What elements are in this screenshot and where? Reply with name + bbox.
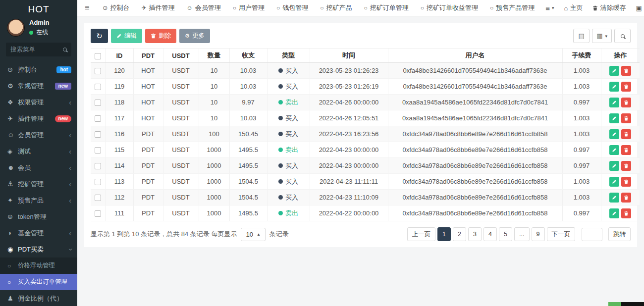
tabs-dropdown-button[interactable]: ≡▾ xyxy=(540,0,559,16)
topnav-tab-mining-orders[interactable]: ○挖矿订单管理 xyxy=(358,0,414,16)
type-badge: 卖出 xyxy=(278,98,298,107)
row-delete-button[interactable] xyxy=(621,145,631,155)
topnav-tab-members[interactable]: ☺会员管理 xyxy=(180,0,226,16)
sidebar-item-general[interactable]: ⚙常规管理new xyxy=(0,78,77,94)
columns-dropdown-button[interactable]: ▦▾ xyxy=(592,29,612,43)
row-checkbox[interactable] xyxy=(95,115,101,122)
page-ellipsis[interactable]: ... xyxy=(514,227,529,241)
home-button[interactable]: ⌂主页 xyxy=(559,0,588,16)
page-size-select[interactable]: 10▲ xyxy=(241,228,265,241)
sidebar-item-price-float[interactable]: ○价格浮动管理 xyxy=(0,257,77,274)
select-all-checkbox[interactable] xyxy=(95,53,101,59)
row-delete-button[interactable] xyxy=(621,82,631,92)
cell-usdt: USDT xyxy=(163,158,199,174)
row-edit-button[interactable] xyxy=(609,98,619,107)
row-checkbox[interactable] xyxy=(95,84,101,90)
type-badge: 买入 xyxy=(278,161,298,170)
cell-fee: 0.997 xyxy=(562,142,601,158)
pencil-icon xyxy=(612,132,617,137)
column-header-usdt: USDT xyxy=(163,49,199,63)
sidebar-item-fund[interactable]: ◑基金管理‹ xyxy=(0,225,77,241)
page-button-9[interactable]: 9 xyxy=(532,227,545,241)
table-search-button[interactable] xyxy=(614,29,631,43)
topnav-tab-mining-products[interactable]: ○挖矿产品 xyxy=(314,0,358,16)
row-delete-button[interactable] xyxy=(621,66,631,76)
cell-pdt: PDT xyxy=(133,190,163,205)
page-button-1[interactable]: 1 xyxy=(437,227,451,241)
row-delete-button[interactable] xyxy=(621,98,631,107)
row-edit-button[interactable] xyxy=(609,145,619,155)
jump-page-input[interactable] xyxy=(582,228,602,241)
sidebar-item-buy-sell-orders[interactable]: ○买入卖出订单管理 xyxy=(0,274,77,290)
page-button-5[interactable]: 5 xyxy=(499,227,512,241)
row-edit-button[interactable] xyxy=(609,129,619,139)
row-delete-button[interactable] xyxy=(621,161,631,171)
row-edit-button[interactable] xyxy=(609,193,619,203)
page-button-4[interactable]: 4 xyxy=(483,227,497,241)
jump-button[interactable]: 跳转 xyxy=(608,227,631,241)
cell-pdt: HOT xyxy=(133,79,163,95)
toggle-view-button[interactable]: ▤ xyxy=(573,29,590,43)
topnav-tab-plugins[interactable]: ✈插件管理 xyxy=(135,0,180,16)
more-button[interactable]: ⚙更多 xyxy=(179,29,210,43)
sidebar-item-members[interactable]: ☻会员‹ xyxy=(0,159,77,176)
menu-search-input[interactable] xyxy=(10,46,63,53)
sidebar-item-pdt-trade[interactable]: ◉PDT买卖‹ xyxy=(0,241,77,257)
cell-id: 111 xyxy=(106,205,133,221)
row-checkbox[interactable] xyxy=(95,195,101,201)
topnav-tab-dashboard[interactable]: ⊙控制台 xyxy=(97,0,135,16)
row-checkbox[interactable] xyxy=(95,210,101,217)
cell-qty: 1000 xyxy=(199,174,229,190)
row-checkbox[interactable] xyxy=(95,163,101,169)
row-edit-button[interactable] xyxy=(609,177,619,187)
page-button-2[interactable]: 2 xyxy=(453,227,466,241)
sidebar-item-members-mgmt[interactable]: ☺会员管理‹ xyxy=(0,127,77,143)
prev-page-button[interactable]: 上一页 xyxy=(407,227,436,241)
dashboard-icon: ⊙ xyxy=(7,66,18,73)
row-edit-button[interactable] xyxy=(609,208,619,218)
pagination-bar: 显示第 1 到第 10 条记录，总共 84 条记录 每页显示 10▲ 条记录 上… xyxy=(91,227,631,241)
row-delete-button[interactable] xyxy=(621,129,631,139)
sidebar-item-plugins[interactable]: ✈插件管理new xyxy=(0,110,77,127)
row-edit-button[interactable] xyxy=(609,161,619,171)
row-checkbox[interactable] xyxy=(95,179,101,185)
topnav-tab-presale-products[interactable]: ○预售产品管理 xyxy=(484,0,540,16)
topnav-tab-users[interactable]: ○用户管理 xyxy=(227,0,270,16)
cell-fee: 1.003 xyxy=(562,63,601,79)
row-edit-button[interactable] xyxy=(609,82,619,92)
page-button-3[interactable]: 3 xyxy=(468,227,482,241)
sidebar-item-permissions[interactable]: ❖权限管理‹ xyxy=(0,94,77,110)
row-edit-button[interactable] xyxy=(609,113,619,123)
sidebar-item-commission[interactable]: ♟佣金比例（代） xyxy=(0,290,77,306)
sidebar-item-test[interactable]: ◈测试‹ xyxy=(0,143,77,159)
refresh-button[interactable]: ↻ xyxy=(91,29,108,43)
row-checkbox[interactable] xyxy=(95,131,101,138)
row-checkbox[interactable] xyxy=(95,68,101,74)
sidebar-item-token[interactable]: ⊜token管理 xyxy=(0,208,77,225)
row-delete-button[interactable] xyxy=(621,177,631,187)
row-edit-button[interactable] xyxy=(609,66,619,76)
sidebar-item-mining[interactable]: ⚓挖矿管理‹ xyxy=(0,176,77,192)
row-delete-button[interactable] xyxy=(621,193,631,203)
copy-tab-button[interactable]: ▣ xyxy=(631,0,644,16)
avatar xyxy=(7,19,25,37)
edit-button[interactable]: 编辑 xyxy=(111,29,142,43)
table-row: 115 PDT USDT 1000 1495.5 卖出 2022-04-23 0… xyxy=(91,142,640,158)
circle-o-icon: ○ xyxy=(276,4,280,11)
delete-button[interactable]: 删除 xyxy=(145,29,176,43)
cell-user: 0xfdc34a978ad06c8bb6e89e7e266d16d61ccfb8… xyxy=(388,158,562,174)
clear-cache-button[interactable]: 清除缓存 xyxy=(588,0,631,16)
hamburger-icon[interactable]: ≡ xyxy=(77,3,97,12)
member-icon: ☺ xyxy=(7,131,18,139)
sidebar-item-dashboard[interactable]: ⊙控制台hot xyxy=(0,61,77,78)
sidebar-item-presale[interactable]: ✦预售产品‹ xyxy=(0,192,77,208)
cell-time: 2022-04-26 00:00:00 xyxy=(310,95,388,110)
row-delete-button[interactable] xyxy=(621,113,631,123)
column-header-user: 用户名 xyxy=(388,49,562,63)
row-checkbox[interactable] xyxy=(95,100,101,106)
topnav-tab-wallets[interactable]: ○钱包管理 xyxy=(270,0,314,16)
row-checkbox[interactable] xyxy=(95,147,101,153)
row-delete-button[interactable] xyxy=(621,208,631,218)
next-page-button[interactable]: 下一页 xyxy=(547,227,576,241)
topnav-tab-mining-earnings[interactable]: ○挖矿订单收益管理 xyxy=(415,0,484,16)
